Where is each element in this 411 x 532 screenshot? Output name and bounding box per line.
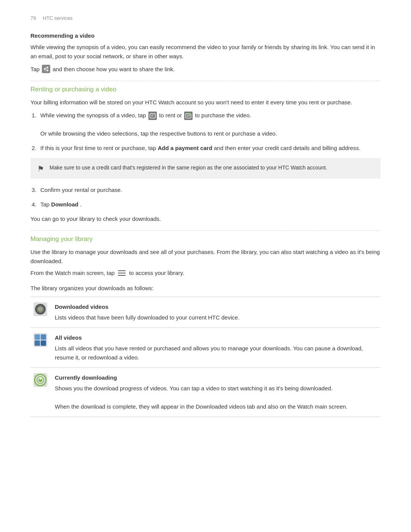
hamburger-icon: [118, 270, 126, 276]
note-box: ⚑ Make sure to use a credit card that's …: [30, 158, 381, 179]
organize-text: The library organizes your downloads as …: [30, 284, 381, 293]
share-icon: ⬡: [42, 65, 50, 73]
footer-text: You can go to your library to check your…: [30, 214, 381, 224]
currently-downloading-cell: Currently downloading Shows you the down…: [50, 368, 381, 417]
all-videos-icon-cell: [30, 328, 50, 368]
svg-point-2: [44, 68, 45, 70]
step-2: If this is your first time to rent or pu…: [38, 144, 381, 153]
downloading-icon-cell: [30, 368, 50, 417]
tap-library-line: From the Watch main screen, tap to acces…: [30, 270, 381, 276]
page-header: 79 HTC services: [30, 15, 381, 21]
step1-subtext: Or while browsing the video selections, …: [40, 130, 277, 137]
step2-bold-text: Add a payment card: [158, 145, 212, 151]
renting-section: Renting or purchasing a video Your billi…: [30, 86, 381, 224]
billing-text: Your billing information will be stored …: [30, 98, 381, 107]
downloaded-icon-cell: [30, 297, 50, 328]
svg-text:$: $: [190, 113, 191, 115]
recommending-section: Recommending a video While viewing the s…: [30, 32, 381, 73]
recommending-paragraph1: While viewing the synopsis of a video, y…: [30, 43, 381, 61]
steps-continued-list: Confirm your rental or purchase. Tap Dow…: [30, 185, 381, 209]
tap-share-end: and then choose how you want to share th…: [53, 66, 175, 72]
step4-bold: Download: [51, 201, 78, 208]
managing-paragraph1: Use the library to manage your downloads…: [30, 248, 381, 266]
all-videos-cell: All videos Lists all videos that you hav…: [50, 328, 381, 368]
flag-icon: ⚑: [37, 164, 44, 173]
step-4: Tap Download .: [38, 200, 381, 209]
currently-downloading-title: Currently downloading: [55, 373, 376, 382]
step4-text-before: Tap: [40, 201, 49, 208]
step3-text: Confirm your rental or purchase.: [40, 187, 122, 193]
svg-rect-26: [41, 334, 46, 340]
library-table: Downloaded videos Lists videos that have…: [30, 297, 381, 417]
step1-text-middle: to rent or: [159, 112, 183, 118]
tap-label: Tap: [30, 66, 40, 72]
step1-text-end: to purchase the video.: [195, 112, 251, 118]
rent-icon: [148, 112, 157, 120]
currently-downloading-icon: [33, 373, 47, 387]
svg-point-4: [47, 70, 48, 71]
table-row: All videos Lists all videos that you hav…: [30, 328, 381, 368]
tap-share-line: Tap ⬡ and then choose how you want to sh…: [30, 65, 381, 73]
all-videos-icon: [33, 333, 47, 347]
note-text: Make sure to use a credit card that's re…: [49, 163, 327, 172]
downloaded-videos-icon: [33, 302, 47, 316]
steps-list: While viewing the synopsis of a video, t…: [30, 111, 381, 153]
managing-title: Managing your library: [30, 235, 381, 243]
renting-title: Renting or purchasing a video: [30, 86, 381, 93]
step1-text-before: While viewing the synopsis of a video, t…: [40, 112, 148, 118]
step4-text-after: .: [80, 201, 81, 208]
tap-library-before: From the Watch main screen, tap: [30, 270, 115, 276]
downloaded-videos-desc: Lists videos that have been fully downlo…: [55, 313, 376, 322]
step2-text-after: and then enter your credit card details …: [214, 145, 360, 151]
section-label: HTC services: [43, 15, 73, 21]
svg-rect-28: [41, 340, 46, 346]
step-3: Confirm your rental or purchase.: [38, 185, 381, 195]
recommending-title: Recommending a video: [30, 32, 381, 39]
table-row: Downloaded videos Lists videos that have…: [30, 297, 381, 328]
table-row: Currently downloading Shows you the down…: [30, 368, 381, 417]
svg-point-3: [47, 67, 48, 68]
purchase-icon: $: [184, 112, 193, 120]
section-divider-2: [30, 230, 381, 231]
step-1: While viewing the synopsis of a video, t…: [38, 111, 381, 138]
tap-library-after: to access your library.: [129, 270, 184, 276]
all-videos-desc: Lists all videos that you have rented or…: [55, 344, 376, 362]
svg-rect-27: [35, 340, 40, 346]
page-number: 79: [30, 15, 36, 21]
currently-downloading-desc1: Shows you the download progress of video…: [55, 384, 376, 393]
section-divider-1: [30, 81, 381, 81]
svg-rect-25: [35, 334, 40, 340]
downloaded-videos-title: Downloaded videos: [55, 302, 376, 312]
managing-section: Managing your library Use the library to…: [30, 235, 381, 417]
currently-downloading-desc2: When the download is complete, they will…: [55, 402, 376, 411]
downloaded-videos-cell: Downloaded videos Lists videos that have…: [50, 297, 381, 328]
all-videos-title: All videos: [55, 333, 376, 342]
step2-text-before: If this is your first time to rent or pu…: [40, 145, 156, 151]
